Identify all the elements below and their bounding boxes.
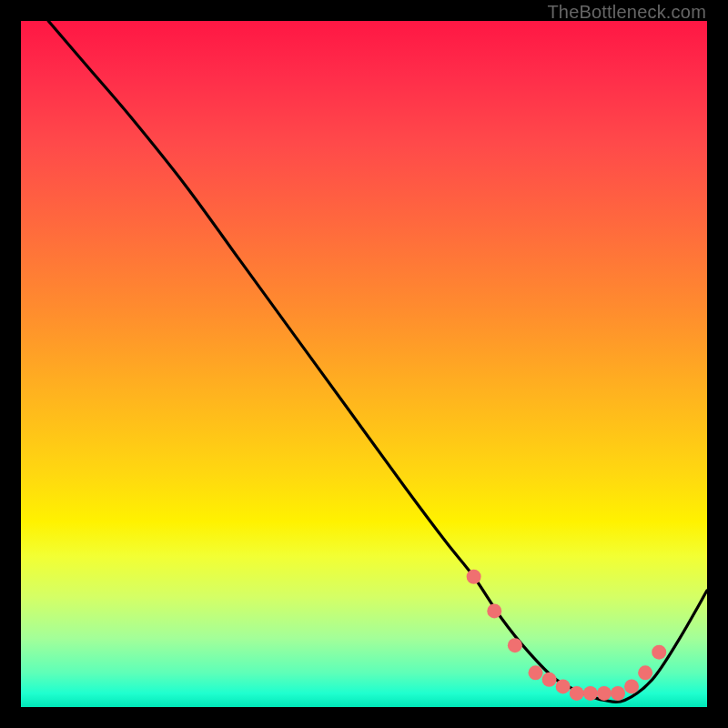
marker-dot [597, 686, 612, 701]
marker-dot [583, 686, 598, 701]
marker-dot [467, 570, 481, 584]
marker-dot [556, 679, 571, 693]
marker-dot [570, 686, 584, 701]
marker-dot [487, 603, 501, 618]
outer-frame: TheBottleneck.com [0, 0, 728, 728]
marker-dot [624, 679, 639, 693]
marker-dot [542, 672, 557, 687]
curve-line [48, 21, 707, 702]
plot-area [21, 21, 707, 707]
marker-dot [508, 638, 522, 652]
chart-svg [21, 21, 707, 707]
marker-dot [611, 686, 625, 701]
marker-dot [652, 645, 666, 660]
marker-dot [529, 665, 543, 680]
marker-group [467, 570, 667, 701]
attribution-text: TheBottleneck.com [547, 2, 706, 23]
marker-dot [638, 665, 652, 680]
